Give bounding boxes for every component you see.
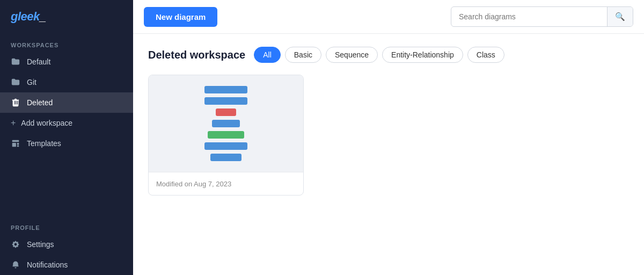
add-workspace-button[interactable]: + Add workspace [0,113,133,133]
sidebar-item-git-label: Git [27,78,36,86]
sidebar-item-templates[interactable]: Templates [0,133,133,154]
search-container: 🔍 [451,6,633,27]
sidebar-item-deleted[interactable]: Deleted [0,92,133,113]
preview-block-6 [204,142,247,150]
new-diagram-button[interactable]: New diagram [144,7,217,27]
settings-label: Settings [27,240,54,249]
sidebar-item-deleted-label: Deleted [27,98,53,107]
filter-tabs: All Basic Sequence Entity-Relationship C… [254,47,504,63]
search-input[interactable] [451,8,607,26]
diagrams-grid: Modified on Aug 7, 2023 [148,75,629,196]
diagram-thumbnail [149,75,303,172]
workspaces-section-label: WORKSPACES [0,34,133,52]
plus-icon: + [11,118,16,128]
workspace-title: Deleted workspace [148,49,245,61]
content-area: Deleted workspace All Basic Sequence Ent… [133,34,644,275]
profile-section-label: PROFILE [0,217,133,234]
preview-block-5 [208,131,244,139]
search-button[interactable]: 🔍 [607,7,633,26]
trash-icon [11,98,20,107]
folder-icon [11,57,20,67]
templates-label: Templates [27,139,61,148]
sidebar-item-default-label: Default [27,57,50,66]
sidebar: gleek_ WORKSPACES Default Git Deleted + … [0,0,133,275]
preview-block-2 [204,97,247,105]
filter-tab-class[interactable]: Class [467,47,504,63]
search-icon: 🔍 [615,12,625,21]
logo-cursor: _ [40,10,46,23]
logo-text: gleek [11,10,40,23]
preview-block-3 [216,108,236,116]
sidebar-item-settings[interactable]: Settings [0,234,133,255]
filter-tab-entity-relationship[interactable]: Entity-Relationship [382,47,463,63]
template-icon [11,139,20,148]
sidebar-item-default[interactable]: Default [0,52,133,72]
diagram-card[interactable]: Modified on Aug 7, 2023 [148,75,304,196]
bell-icon [11,260,20,270]
preview-block-4 [212,120,240,127]
notifications-label: Notifications [27,260,68,269]
folder-icon-git [11,77,20,87]
diagram-modified-date: Modified on Aug 7, 2023 [156,180,231,188]
filter-tab-sequence[interactable]: Sequence [326,47,378,63]
preview-block-1 [204,86,247,93]
app-logo: gleek_ [0,0,133,34]
sidebar-item-git[interactable]: Git [0,72,133,92]
topbar: New diagram 🔍 [133,0,644,34]
main-content: New diagram 🔍 Deleted workspace All Basi… [133,0,644,275]
filter-tab-basic[interactable]: Basic [285,47,321,63]
sidebar-item-notifications[interactable]: Notifications [0,255,133,275]
diagram-preview [204,86,247,161]
workspace-header: Deleted workspace All Basic Sequence Ent… [148,47,629,63]
gear-icon [11,240,20,249]
add-workspace-label: Add workspace [21,119,72,127]
diagram-card-footer: Modified on Aug 7, 2023 [149,172,303,195]
preview-block-7 [210,154,241,161]
filter-tab-all[interactable]: All [254,47,281,63]
